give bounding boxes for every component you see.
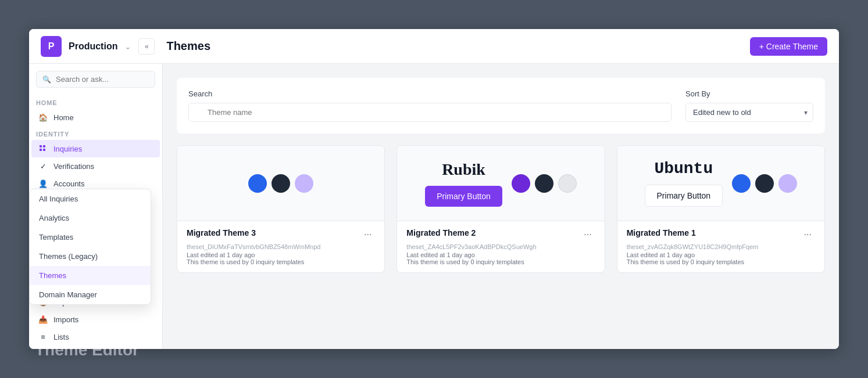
dot-light-purple-1 [778,174,797,193]
theme-card-header-3: Migrated Theme 3 ··· [187,228,375,241]
theme-preview-2: Rubik Primary Button [397,146,604,221]
home-icon: 🏠 [38,113,48,122]
dot-light-gray [558,174,577,193]
theme-font-rubik: Rubik [442,160,485,179]
sort-select-wrap: Edited new to old Edited old to new Name… [685,103,813,122]
dot-light-purple [295,174,313,193]
inquiries-dropdown: All Inquiries Analytics Templates Themes… [29,189,151,305]
dropdown-item-domain-manager[interactable]: Domain Manager [30,285,151,304]
sidebar-item-verifications-label: Verifications [53,162,94,171]
sidebar-item-marketplace[interactable]: ⊞ Marketplace [31,345,160,349]
theme-card-id-1: theset_zvAGZqk8GWtZYU18C2H9QmfpFqem [627,243,815,250]
nav-section-label-identity: IDENTITY [29,126,162,140]
create-theme-label: + Create Theme [759,42,818,51]
create-theme-button[interactable]: + Create Theme [750,37,827,56]
svg-rect-3 [43,149,45,151]
theme-font-ubuntu: Ubuntu [654,160,713,178]
svg-rect-1 [43,145,45,147]
theme-card-header-1: Migrated Theme 1 ··· [627,228,815,241]
dot-black-2 [535,174,553,193]
search-input-wrap[interactable]: 🔍 [36,71,155,88]
project-name: Production [69,41,117,52]
theme-card-body-3: Migrated Theme 3 ··· theset_DiUMxFaTVsmt… [177,221,384,272]
theme-card-usage-1: This theme is used by 0 inquiry template… [627,258,815,265]
theme-more-button-3[interactable]: ··· [360,228,375,241]
logo-box: P [41,36,62,57]
sidebar-item-home[interactable]: 🏠 Home [31,109,160,126]
preview-button-wrap-2: Rubik Primary Button [425,160,502,207]
sidebar-item-lists[interactable]: ≡ Lists [31,328,160,345]
search-box: 🔍 [29,64,162,95]
logo-letter: P [48,41,55,52]
theme-card-3[interactable]: Migrated Theme 3 ··· theset_DiUMxFaTVsmt… [177,145,385,273]
sidebar-item-verifications[interactable]: ✓ Verifications [31,157,160,175]
preview-dots-3 [248,174,313,193]
sidebar-item-accounts-label: Accounts [53,179,84,188]
sort-section: Sort By Edited new to old Edited old to … [685,89,813,122]
verifications-icon: ✓ [38,161,48,171]
theme-search-input[interactable] [188,103,671,122]
theme-card-last-edited-1: Last edited at 1 day ago [627,251,815,258]
dropdown-item-analytics[interactable]: Analytics [30,208,151,228]
theme-card-name-1: Migrated Theme 1 [627,228,696,237]
lists-icon: ≡ [38,332,48,341]
sidebar-item-inquiries-label: Inquiries [53,145,82,153]
preview-primary-button-1: Primary Button [645,185,723,207]
dot-blue [248,174,267,193]
svg-rect-2 [40,149,42,151]
dot-black-1 [755,174,774,193]
dot-blue-1 [732,174,751,193]
nav-section-home: HOME 🏠 Home [29,95,162,126]
preview-button-wrap-1: Ubuntu Primary Button [645,160,723,207]
search-label: Search [188,89,671,98]
sort-select[interactable]: Edited new to old Edited old to new Name… [685,103,813,122]
accounts-icon: 👤 [38,179,48,188]
app-window: P Production ⌄ « Themes + Create Theme 🔍… [29,29,839,349]
sidebar-item-imports[interactable]: 📥 Imports [31,311,160,328]
dropdown-item-themes-legacy[interactable]: Themes (Legacy) [30,247,151,266]
theme-card-name-3: Migrated Theme 3 [187,228,256,237]
theme-card-body-2: Migrated Theme 2 ··· theset_ZA4cL5PF2v3a… [397,221,604,272]
theme-card-usage-3: This theme is used by 0 inquiry template… [187,258,375,265]
search-input[interactable] [56,75,149,84]
dot-black [272,174,290,193]
dropdown-item-templates[interactable]: Templates [30,228,151,247]
dot-dark-purple [512,174,530,193]
search-icon: 🔍 [42,75,51,84]
theme-card-last-edited-2: Last edited at 1 day ago [406,251,595,258]
sidebar-item-home-label: Home [53,113,74,122]
theme-preview-1: Ubuntu Primary Button [617,146,824,221]
project-chevron-icon[interactable]: ⌄ [124,42,131,51]
sidebar: 🔍 HOME 🏠 Home IDENTITY Inquiries [29,64,163,349]
theme-more-button-1[interactable]: ··· [801,228,815,241]
body: 🔍 HOME 🏠 Home IDENTITY Inquiries [29,64,839,349]
main-content: Search 🔍 Sort By Edited new to old Edite… [163,64,839,349]
nav-section-label-home: HOME [29,95,162,109]
header: P Production ⌄ « Themes + Create Theme [29,29,839,64]
theme-card-2[interactable]: Rubik Primary Button Migrated Theme 2 · [397,145,605,273]
header-left: P Production ⌄ « Themes [41,36,210,57]
dropdown-item-all-inquiries[interactable]: All Inquiries [30,189,151,208]
search-section: Search 🔍 [188,89,671,122]
theme-card-name-2: Migrated Theme 2 [406,228,476,237]
themes-grid: Migrated Theme 3 ··· theset_DiUMxFaTVsmt… [177,145,825,273]
sidebar-item-lists-label: Lists [53,333,69,341]
theme-card-id-2: theset_ZA4cL5PF2v3aoKAdBPDkcQSueWgh [406,243,595,250]
page-title: Themes [166,39,210,53]
theme-card-header-2: Migrated Theme 2 ··· [406,228,595,241]
theme-card-1[interactable]: Ubuntu Primary Button Migrated Theme 1 [617,145,825,273]
theme-card-id-3: theset_DiUMxFaTVsmtvbGNBZ548mWmMnpd [187,243,375,250]
sidebar-item-imports-label: Imports [53,315,78,324]
theme-preview-3 [177,146,384,221]
preview-dots-2 [512,174,577,193]
theme-card-usage-2: This theme is used by 0 inquiry template… [406,258,595,265]
sort-label: Sort By [685,89,813,98]
collapse-sidebar-button[interactable]: « [138,38,155,55]
svg-rect-0 [40,145,42,147]
theme-more-button-2[interactable]: ··· [580,228,595,241]
preview-primary-button-2: Primary Button [425,186,502,207]
preview-dots-1 [732,174,797,193]
sidebar-item-inquiries[interactable]: Inquiries [31,140,160,157]
dropdown-item-themes[interactable]: Themes [30,266,151,285]
theme-card-last-edited-3: Last edited at 1 day ago [187,251,375,258]
